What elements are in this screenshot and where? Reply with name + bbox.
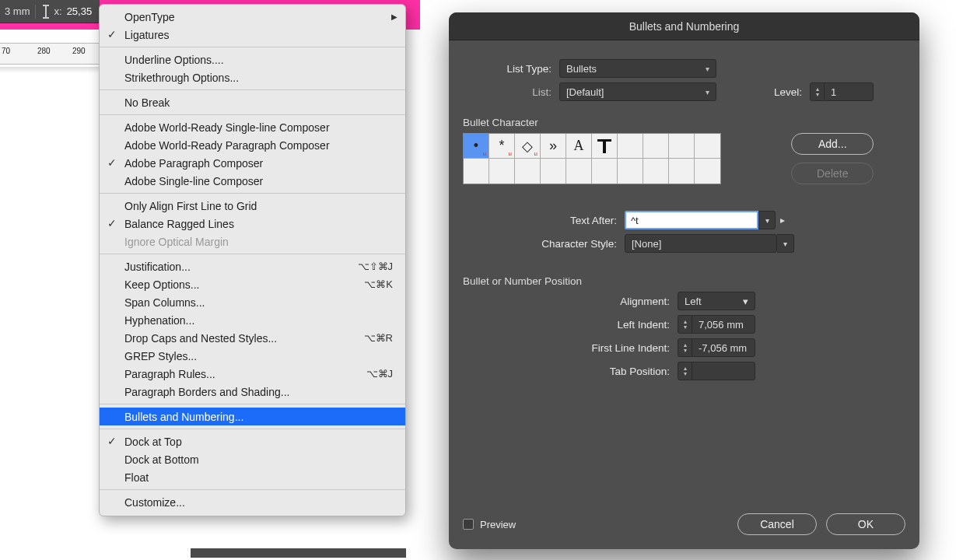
add-bullet-button[interactable]: Add... <box>791 133 874 155</box>
menu-item-label: Dock at Bottom <box>124 453 393 466</box>
menu-item[interactable]: ✓Balance Ragged Lines <box>100 215 405 233</box>
chevron-down-icon: ▾ <box>743 296 748 307</box>
first-line-indent-stepper[interactable]: ▴▾ -7,056 mm <box>678 338 755 357</box>
flyout-icon[interactable]: ▸ <box>780 215 785 226</box>
unit-readout: 3 mm <box>5 5 30 17</box>
stepper-arrows-icon[interactable]: ▴▾ <box>678 362 692 380</box>
cancel-button[interactable]: Cancel <box>737 513 817 535</box>
list-type-select[interactable]: Bullets ▾ <box>559 59 716 78</box>
bullet-glyph-cell[interactable] <box>515 159 541 184</box>
menu-item[interactable]: OpenType <box>100 8 405 26</box>
level-value: 1 <box>825 86 842 98</box>
bullet-glyph-cell[interactable] <box>566 159 592 184</box>
menu-item-label: Dock at Top <box>124 436 393 448</box>
list-select[interactable]: [Default] ▾ <box>559 82 716 101</box>
menu-item-shortcut: ⌥⌘K <box>364 278 393 290</box>
menu-item[interactable]: No Break <box>100 93 405 111</box>
preview-checkbox[interactable]: Preview <box>463 519 516 530</box>
ruler-tick: 70 <box>2 47 10 55</box>
menu-item-label: Drop Caps and Nested Styles... <box>124 332 364 345</box>
bullet-glyph-cell[interactable] <box>489 159 515 184</box>
bullet-glyph-cell[interactable] <box>592 134 618 159</box>
stepper-arrows-icon[interactable]: ▴▾ <box>678 316 692 333</box>
menu-item[interactable]: GREP Styles... <box>100 347 405 365</box>
bullet-glyph-cell[interactable] <box>464 159 489 184</box>
bullet-glyph-cell[interactable] <box>695 134 720 159</box>
position-group-label: Bullet or Number Position <box>463 275 905 287</box>
menu-item[interactable]: Strikethrough Options... <box>100 68 405 86</box>
stepper-arrows-icon[interactable]: ▴▾ <box>811 83 825 100</box>
top-toolbar: 3 mm x: 25,35 <box>0 0 100 23</box>
menu-item-label: Keep Options... <box>124 278 364 291</box>
ok-button[interactable]: OK <box>826 513 905 535</box>
menu-item-label: GREP Styles... <box>124 350 393 362</box>
bullet-glyph-cell[interactable] <box>592 159 618 184</box>
character-style-label: Character Style: <box>463 238 625 250</box>
bullet-glyph-cell[interactable]: • u <box>464 134 489 159</box>
menu-item-label: Ligatures <box>124 29 393 41</box>
menu-item[interactable]: Hyphenation... <box>100 311 405 329</box>
menu-item[interactable]: Customize... <box>100 493 405 511</box>
dialog-title: Bullets and Numbering <box>629 20 740 33</box>
bullet-glyph-cell[interactable] <box>669 134 695 159</box>
menu-item-label: Justification... <box>124 261 358 273</box>
menu-item[interactable]: Adobe Single-line Composer <box>100 172 405 190</box>
character-style-select[interactable]: [None] <box>625 234 777 253</box>
menu-item[interactable]: ✓Ligatures <box>100 26 405 44</box>
bullet-glyph-cell[interactable]: * u <box>489 134 515 159</box>
menu-item[interactable]: Only Align First Line to Grid <box>100 197 405 215</box>
bullet-glyph-cell[interactable] <box>643 159 669 184</box>
bullet-glyph-cell[interactable] <box>618 159 643 184</box>
character-style-dropdown-button[interactable]: ▾ <box>777 234 794 253</box>
bullet-glyph-cell[interactable]: A <box>566 134 592 159</box>
bullet-glyph-cell[interactable] <box>643 134 669 159</box>
menu-item[interactable]: Float <box>100 468 405 486</box>
stepper-arrows-icon[interactable]: ▴▾ <box>678 339 692 356</box>
bullet-glyph-cell[interactable] <box>618 134 643 159</box>
glyph-badge: u <box>509 150 512 157</box>
menu-item-label: Bullets and Numbering... <box>124 411 393 423</box>
menu-item[interactable]: Adobe World-Ready Single-line Composer <box>100 118 405 136</box>
menu-item-label: Hyphenation... <box>124 314 393 327</box>
menu-item-label: Only Align First Line to Grid <box>124 200 393 212</box>
glyph-badge: u <box>534 150 538 157</box>
paragraph-panel-menu[interactable]: OpenType✓LigaturesUnderline Options....S… <box>99 4 406 516</box>
menu-item[interactable]: ✓Adobe Paragraph Composer <box>100 154 405 172</box>
menu-item[interactable]: Adobe World-Ready Paragraph Composer <box>100 136 405 154</box>
menu-item-label: Customize... <box>124 496 393 509</box>
menu-item[interactable]: Span Columns... <box>100 293 405 311</box>
x-label: x: <box>54 5 62 17</box>
menu-item-label: Adobe Paragraph Composer <box>124 157 393 170</box>
level-stepper[interactable]: ▴▾ 1 <box>810 82 874 101</box>
tab-position-stepper[interactable]: ▴▾ <box>678 362 755 380</box>
menu-item[interactable]: Keep Options...⌥⌘K <box>100 275 405 293</box>
bullet-glyph-cell[interactable]: » <box>541 134 566 159</box>
glyph: • <box>474 138 478 154</box>
menu-item[interactable]: Dock at Bottom <box>100 450 405 468</box>
bullets-numbering-dialog: Bullets and Numbering List Type: Bullets… <box>449 12 919 549</box>
bullet-glyph-cell[interactable] <box>669 159 695 184</box>
menu-item[interactable]: Paragraph Rules...⌥⌘J <box>100 365 405 383</box>
menu-item-label: Strikethrough Options... <box>124 72 393 84</box>
bullet-glyph-cell[interactable] <box>695 159 720 184</box>
ruler-tick: 280 <box>37 47 51 55</box>
menu-item[interactable]: Paragraph Borders and Shading... <box>100 383 405 401</box>
menu-item[interactable]: Underline Options.... <box>100 51 405 68</box>
menu-item-label: OpenType <box>124 11 393 23</box>
bullet-character-grid[interactable]: • u * u ◇ u » A <box>463 133 721 184</box>
bullet-glyph-cell[interactable]: ◇ u <box>515 134 541 159</box>
menu-item[interactable]: Justification...⌥⇧⌘J <box>100 257 405 275</box>
dialog-titlebar[interactable]: Bullets and Numbering <box>449 12 919 40</box>
tab-position-label: Tab Position: <box>463 366 678 377</box>
horizontal-ruler[interactable]: 70 280 290 <box>0 43 100 65</box>
text-after-input[interactable] <box>625 211 758 229</box>
text-after-dropdown-button[interactable]: ▾ <box>758 211 776 229</box>
check-icon: ✓ <box>107 435 117 447</box>
menu-item[interactable]: Drop Caps and Nested Styles...⌥⌘R <box>100 329 405 347</box>
menu-item[interactable]: Bullets and Numbering... <box>100 408 405 425</box>
menu-item-label: Paragraph Rules... <box>124 368 366 380</box>
alignment-select[interactable]: Left ▾ <box>678 292 755 310</box>
bullet-glyph-cell[interactable] <box>541 159 566 184</box>
left-indent-stepper[interactable]: ▴▾ 7,056 mm <box>678 315 755 334</box>
menu-item[interactable]: ✓Dock at Top <box>100 432 405 450</box>
